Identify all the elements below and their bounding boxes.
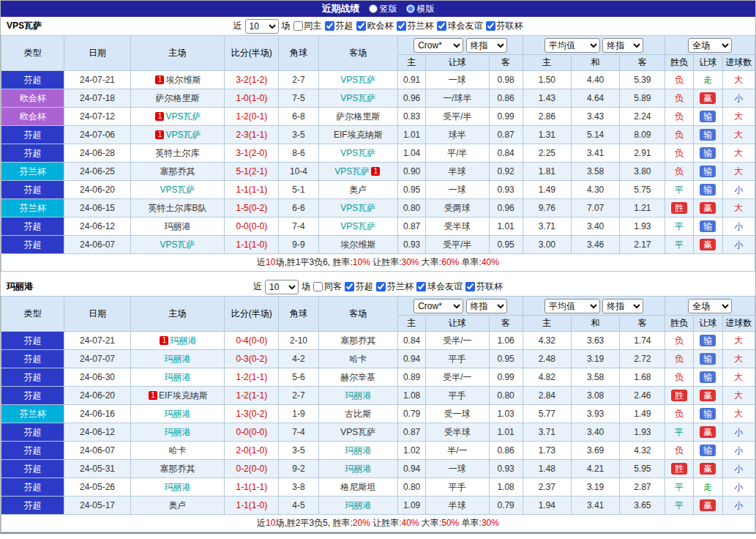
summary-part: 让胜率: bbox=[370, 518, 402, 528]
match-date-cell: 24-06-25 bbox=[64, 163, 130, 181]
odds-home-cell: 1.02 bbox=[398, 442, 426, 460]
league-filter[interactable]: 欧会杯 bbox=[356, 20, 394, 32]
avg-away-cell: 5.39 bbox=[620, 71, 665, 89]
league-type-cell: 欧会杯 bbox=[1, 108, 64, 126]
league-checkbox[interactable] bbox=[376, 282, 386, 291]
odds-group-header: Crow* 终指 bbox=[398, 297, 523, 316]
league-checkbox[interactable] bbox=[437, 21, 446, 31]
result-cell: 负 bbox=[665, 144, 693, 163]
odds-home-cell: 0.84 bbox=[398, 332, 426, 350]
away-team-cell: 哈卡 bbox=[318, 350, 397, 368]
same-venue-filter[interactable]: 同客 bbox=[313, 280, 342, 293]
home-team-name: 玛丽港 bbox=[164, 427, 190, 437]
filter-controls: 近 10 场 同客 芬超芬兰杯球会友谊芬联杯 bbox=[253, 280, 503, 294]
rank-badge: 1 bbox=[371, 167, 380, 176]
league-filter[interactable]: 芬兰杯 bbox=[397, 20, 434, 32]
home-team-name: VPS瓦萨 bbox=[160, 185, 195, 195]
league-filter[interactable]: 芬兰杯 bbox=[376, 280, 413, 293]
avg-time-select[interactable]: 终指 bbox=[602, 38, 643, 53]
goals-result-cell: 大 bbox=[722, 108, 755, 126]
league-filter[interactable]: 球会友谊 bbox=[437, 20, 483, 32]
view-option-horizontal[interactable]: 横版 bbox=[406, 3, 435, 15]
odds-time-select[interactable]: 终指 bbox=[466, 38, 507, 53]
same-venue-filter[interactable]: 同主 bbox=[293, 20, 322, 32]
league-checkbox[interactable] bbox=[356, 21, 366, 31]
goals-flag: 小 bbox=[734, 239, 743, 250]
same-venue-checkbox[interactable] bbox=[313, 282, 323, 291]
result-cell: 负 bbox=[665, 442, 693, 460]
odds-handicap-cell: 平手 bbox=[426, 387, 489, 405]
avg-away-cell: 5.95 bbox=[620, 460, 665, 478]
home-team-name: 英特土尔库B队 bbox=[148, 203, 206, 213]
avg-draw-cell: 4.64 bbox=[571, 89, 619, 108]
match-score: 1-3(0-2) bbox=[236, 409, 267, 419]
match-score: 0-4(0-0) bbox=[236, 335, 267, 346]
handicap-result-cell: 赢 bbox=[693, 199, 722, 218]
scope-select[interactable]: 全场 bbox=[688, 299, 732, 313]
view-option-vertical[interactable]: 竖版 bbox=[369, 3, 397, 15]
team-summary: 近10场,胜1平3负6, 胜率:10% 让胜率:30% 大率:60% 单率:40… bbox=[1, 254, 755, 272]
league-filter[interactable]: 芬超 bbox=[345, 280, 373, 293]
goals-result-cell: 小 bbox=[722, 236, 755, 254]
league-filter[interactable]: 芬超 bbox=[325, 20, 353, 32]
away-team-cell: 塞那乔其 bbox=[318, 332, 397, 350]
col-header-score: 比分(半场) bbox=[225, 36, 279, 71]
corner-cell: 5-1 bbox=[279, 181, 318, 199]
league-filter[interactable]: 芬联杯 bbox=[465, 280, 503, 293]
same-venue-checkbox[interactable] bbox=[293, 21, 303, 31]
league-filter[interactable]: 球会友谊 bbox=[416, 280, 463, 293]
col-header-type: 类型 bbox=[1, 297, 64, 332]
horizontal-view-radio[interactable] bbox=[406, 4, 415, 13]
result-flag: 平 bbox=[675, 427, 684, 437]
match-score: 1-2(0-1) bbox=[236, 111, 267, 122]
match-score: 1-2(1-1) bbox=[236, 372, 267, 382]
match-count-select[interactable]: 10 bbox=[265, 280, 299, 294]
score-cell: 2-0(1-0) bbox=[225, 442, 279, 460]
odds-source-select[interactable]: Crow* bbox=[413, 38, 463, 53]
match-date-cell: 24-06-30 bbox=[64, 368, 130, 387]
vertical-view-radio[interactable] bbox=[369, 4, 378, 13]
match-row: 芬超24-05-26玛丽港1-1(1-1)3-8格尼斯坦0.80平手1.082.… bbox=[1, 478, 755, 497]
avg-source-select[interactable]: 平均值 bbox=[544, 299, 600, 313]
match-date-cell: 24-05-31 bbox=[64, 460, 130, 478]
recent-matches-table: 类型 日期 主场 比分(半场) 角球 客场 Crow* 终指 bbox=[1, 35, 755, 272]
league-checkbox[interactable] bbox=[416, 282, 426, 291]
league-checkbox[interactable] bbox=[325, 21, 334, 31]
scope-select[interactable]: 全场 bbox=[688, 38, 732, 53]
handicap-flag: 赢 bbox=[700, 499, 716, 511]
home-team-name: EIF埃克纳斯 bbox=[159, 390, 208, 401]
league-checkbox[interactable] bbox=[486, 21, 495, 31]
corner-cell: 2-7 bbox=[279, 387, 318, 405]
odds-time-select[interactable]: 终指 bbox=[466, 299, 507, 313]
match-score: 2-3(1-1) bbox=[236, 130, 267, 140]
result-cell: 平 bbox=[665, 423, 693, 442]
summary-part: 50% bbox=[441, 518, 459, 528]
league-filter[interactable]: 芬联杯 bbox=[486, 20, 523, 32]
table-header-row-1: 类型 日期 主场 比分(半场) 角球 客场 Crow* 终指 bbox=[1, 36, 755, 55]
league-checkbox[interactable] bbox=[345, 282, 354, 291]
odds-home-cell: 0.94 bbox=[398, 460, 426, 478]
sub-header-avg-away: 客 bbox=[620, 55, 665, 71]
sub-header-odds-home: 主 bbox=[398, 316, 426, 332]
match-date-cell: 24-06-12 bbox=[64, 423, 130, 442]
odds-source-select[interactable]: Crow* bbox=[413, 299, 463, 313]
match-row: 芬超24-06-30玛丽港1-2(1-1)5-6赫尔辛基0.89受半/一0.99… bbox=[1, 368, 755, 387]
team-section: VPS瓦萨 近 10 场 同主 芬超欧会杯芬兰杯球会友谊芬联杯 bbox=[1, 17, 755, 272]
league-checkbox[interactable] bbox=[465, 282, 475, 291]
result-flag: 平 bbox=[675, 500, 684, 510]
odds-home-cell: 1.04 bbox=[398, 144, 426, 163]
avg-home-cell: 2.48 bbox=[523, 350, 571, 368]
match-count-select[interactable]: 10 bbox=[245, 19, 279, 34]
avg-time-select[interactable]: 终指 bbox=[602, 299, 643, 313]
match-score: 1-1(1-0) bbox=[236, 500, 267, 510]
league-checkbox[interactable] bbox=[397, 21, 406, 31]
home-team-name: 玛丽港 bbox=[164, 482, 190, 492]
handicap-flag: 输 bbox=[700, 371, 716, 383]
odds-away-cell: 0.86 bbox=[489, 442, 523, 460]
avg-source-select[interactable]: 平均值 bbox=[544, 38, 600, 53]
goals-result-cell: 大 bbox=[722, 71, 755, 89]
summary-part: 场,胜1平3负6, bbox=[275, 257, 332, 267]
result-flag: 负 bbox=[675, 111, 684, 122]
sub-header-result: 胜负 bbox=[665, 55, 693, 71]
home-team-cell: 1埃尔维斯 bbox=[130, 71, 224, 89]
